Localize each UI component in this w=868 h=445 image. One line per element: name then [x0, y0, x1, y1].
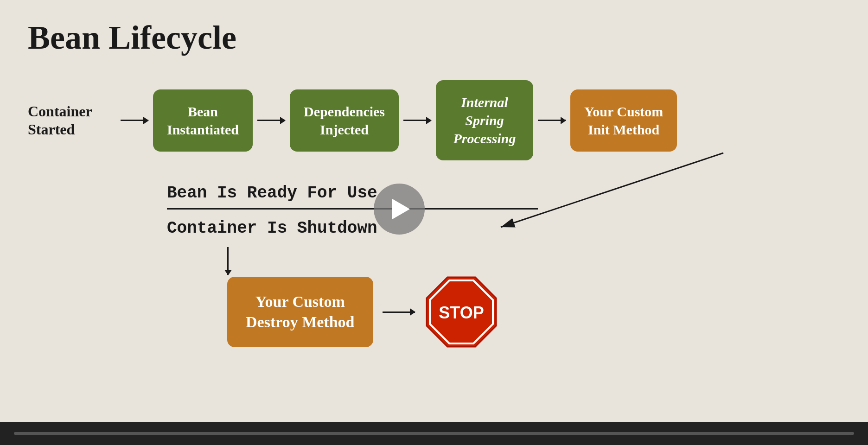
video-controls[interactable] [0, 422, 868, 445]
progress-bar[interactable] [14, 432, 854, 435]
container-started-label: ContainerStarted [28, 102, 116, 138]
bean-instantiated-box: BeanInstantiated [153, 89, 253, 152]
bean-ready-text: Bean Is Ready For Use [167, 184, 377, 203]
container-shutdown-text: Container Is Shutdown [167, 219, 377, 238]
bottom-flow: Your CustomDestroy Method STOP [28, 247, 840, 349]
dependencies-injected-box: DependenciesInjected [290, 89, 399, 152]
horizontal-divider [167, 208, 538, 210]
bottom-boxes-row: Your CustomDestroy Method STOP [227, 275, 498, 349]
stop-text: STOP [439, 303, 484, 322]
arrow-4 [538, 120, 566, 121]
slide-container: Bean Lifecycle ContainerStarted BeanInst… [0, 0, 868, 445]
play-button[interactable] [374, 184, 425, 235]
custom-init-method-box: Your CustomInit Method [570, 89, 677, 152]
arrow-2 [257, 120, 285, 121]
page-title: Bean Lifecycle [28, 19, 840, 57]
bean-ready-section: Bean Is Ready For Use Container Is Shutd… [28, 184, 840, 247]
top-flow-row: ContainerStarted BeanInstantiated Depend… [28, 80, 840, 160]
down-arrow [227, 247, 229, 275]
arrow-3 [403, 120, 431, 121]
stop-sign: STOP [424, 275, 498, 349]
arrow-1 [121, 120, 148, 121]
play-triangle-icon [392, 199, 410, 219]
internal-spring-processing-box: InternalSpringProcessing [436, 80, 533, 160]
arrow-to-stop [383, 312, 415, 313]
custom-destroy-method-box: Your CustomDestroy Method [227, 277, 373, 347]
